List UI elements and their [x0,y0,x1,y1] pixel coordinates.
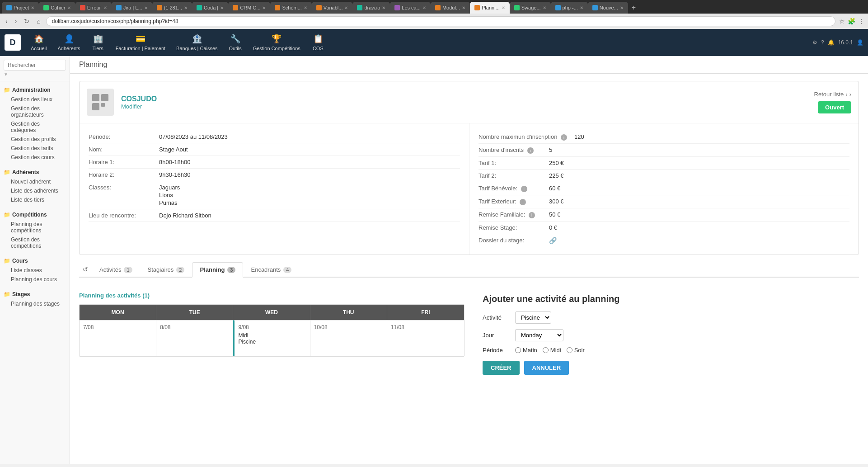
app-logo[interactable]: D [5,34,21,51]
tab-new[interactable]: Nouve... ✕ [588,2,628,14]
tab-favicon [197,5,202,10]
creer-button[interactable]: CRÉER [483,361,520,375]
help-icon[interactable]: ? [821,39,824,46]
section-title-adherents: 📁 Adhérents [4,167,66,177]
sidebar-item-gestion-tarifs[interactable]: Gestion des tarifs [4,144,66,153]
forward-button[interactable]: › [13,17,19,26]
tab-cahier[interactable]: Cahier ✕ [39,2,75,14]
settings-gear-icon[interactable]: ⚙ [812,39,817,46]
extensions-icon[interactable]: 🧩 [848,18,855,25]
nav-outils[interactable]: 🔧 Outils [224,31,247,54]
detail-value-nom: Stage Aout [159,146,188,153]
btn-row: CRÉER ANNULER [483,361,850,375]
tab-jira[interactable]: Jira | L... ✕ [112,2,152,14]
card-header: COSJUDO Modifier Retour liste ‹ › Ouvert [80,81,859,123]
alert-icon[interactable]: 🔔 [828,39,835,46]
info-icon-nb-inscrits[interactable]: i [527,147,534,154]
modifier-link[interactable]: Modifier [121,103,142,110]
tab-php[interactable]: php -... ✕ [551,2,588,14]
search-input[interactable] [4,60,66,71]
tab-stagiaires-count: 2 [176,267,184,273]
cal-cell-wed: 9/08 Midi Piscine [233,320,310,356]
sidebar-item-gestion-lieux[interactable]: Gestion des lieux [4,95,66,104]
nav-tiers[interactable]: 🏢 Tiers [87,31,109,54]
user-avatar[interactable]: 👤 [857,39,863,46]
sidebar-item-nouvel-adherent[interactable]: Nouvel adhérent [4,177,66,186]
sidebar-item-gestion-categories[interactable]: Gestion des catégories [4,119,66,135]
tab-erreur[interactable]: Erreur ✕ [75,2,112,14]
sidebar-item-gestion-competitions[interactable]: Gestion des compétitions [4,235,66,250]
detail-row-classes: Classes: Jaguars Lions Pumas [89,181,460,209]
info-icon-tarif-benevole[interactable]: i [521,186,527,192]
sidebar-item-liste-classes[interactable]: Liste classes [4,266,66,275]
annuler-button[interactable]: ANNULER [524,361,569,375]
info-icon-tarif-exterieur[interactable]: i [520,199,526,205]
nav-facturation[interactable]: 💳 Facturation | Paiement [111,31,170,54]
radio-input-soir[interactable] [567,347,572,353]
radio-matin[interactable]: Matin [515,347,537,354]
tab-encadrants[interactable]: Encadrants 4 [243,262,299,277]
activite-select[interactable]: Piscine [515,311,551,324]
section-title-competitions: 📁 Compétitions [4,210,66,220]
radio-midi[interactable]: Midi [543,347,561,354]
nav-adherents[interactable]: 👤 Adhérents [53,31,84,54]
radio-input-midi[interactable] [543,347,549,353]
sidebar-item-gestion-organisateurs[interactable]: Gestion des organisateurs [4,104,66,119]
sidebar-item-gestion-cours[interactable]: Gestion des cours [4,153,66,162]
bookmark-icon[interactable]: ☆ [839,18,845,25]
external-link-icon[interactable]: 🔗 [549,237,557,244]
planning-layout: Planning des activités (1) MON TUE WED T… [79,278,859,391]
tab-drawio[interactable]: draw.io ✕ [352,2,390,14]
tab-schema[interactable]: Schém... ✕ [270,2,311,14]
details-right: Nombre maximun d'inscription i 120 Nombr… [469,123,859,255]
detail-label-lieu: Lieu de rencontre: [89,212,152,219]
nav-gestion-competitions[interactable]: 🏆 Gestion Compétitions [249,31,305,54]
tab-variable[interactable]: Variabl... ✕ [312,2,353,14]
refresh-button[interactable]: ↻ [22,17,31,26]
sidebar-item-planning-cours[interactable]: Planning des cours [4,275,66,284]
info-icon-max-inscription[interactable]: i [561,134,567,141]
nav-accueil[interactable]: 🏠 Accueil [26,31,51,54]
detail-value-horaire2: 9h30-16h30 [159,171,190,178]
home-button[interactable]: ⌂ [35,17,42,26]
tab-crm[interactable]: CRM C... ✕ [228,2,270,14]
sidebar-item-liste-adherents[interactable]: Liste des adhérents [4,186,66,195]
jour-select[interactable]: Monday Tuesday Wednesday Thursday Friday [515,329,563,341]
nav-cos[interactable]: 📋 COS [307,31,329,54]
tab-planning[interactable]: Planning 3 [192,262,243,278]
new-tab-button[interactable]: + [628,2,639,14]
section-title-stages: 📁 Stages [4,289,66,299]
tab-1281[interactable]: (1 281... ✕ [152,2,192,14]
refresh-icon[interactable]: ↺ [79,262,92,277]
radio-soir[interactable]: Soir [567,347,585,354]
content-area: Planning COSJUDO Modifier [70,56,868,464]
tab-project[interactable]: Project ✕ [2,2,39,14]
nav-banques[interactable]: 🏦 Banques | Caisses [172,31,222,54]
form-label-activite: Activité [483,314,510,321]
tab-swage[interactable]: Swage... ✕ [510,2,551,14]
tab-planning[interactable]: Planni... ✕ [470,2,510,14]
sidebar-item-gestion-profils[interactable]: Gestion des profils [4,135,66,144]
cosjudo-logo-icon [91,93,109,111]
info-icon-remise-familiale[interactable]: i [529,212,535,218]
url-bar[interactable]: dolibarr.cosjudo/custom/cos/php/planning… [46,16,835,26]
search-icon: ▼ [4,72,8,77]
tab-lescat[interactable]: Les ca... ✕ [390,2,431,14]
sidebar-item-liste-tiers[interactable]: Liste des tiers [4,195,66,204]
sidebar-item-planning-stages[interactable]: Planning des stages [4,299,66,308]
detail-label-nb-inscrits: Nombre d'inscrits i [479,146,542,154]
retour-liste-button[interactable]: Retour liste ‹ › [814,91,851,98]
status-badge: Ouvert [818,101,851,113]
svg-rect-0 [92,94,99,101]
radio-input-matin[interactable] [515,347,521,353]
settings-icon[interactable]: ⋮ [858,18,864,25]
tab-activites[interactable]: Activités 1 [92,262,140,277]
tab-stagiaires[interactable]: Stagiaires 2 [140,262,192,277]
tab-modul[interactable]: Modul... ✕ [431,2,470,14]
sidebar-item-planning-competitions[interactable]: Planning des compétitions [4,220,66,235]
nav-tiers-label: Tiers [93,46,103,51]
tab-favicon [357,5,362,10]
tab-coda[interactable]: Coda | ✕ [192,2,228,14]
back-button[interactable]: ‹ [4,17,9,26]
date-label-fri: 11/08 [391,324,460,330]
